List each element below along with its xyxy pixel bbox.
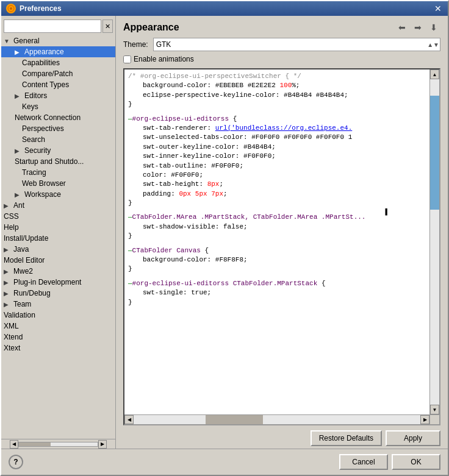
sidebar-item-label-startup: Startup and Shutdo... [15, 157, 84, 166]
sidebar-scrollbar-thumb[interactable] [19, 442, 51, 446]
apply-button[interactable]: Apply [386, 430, 440, 446]
code-editor[interactable]: /* #org-eclipse-ui-perspectiveSwitcher {… [124, 69, 439, 414]
sidebar-item-label-keys: Keys [22, 102, 38, 111]
code-scrollbar-h-container[interactable]: ◀ ▶ [124, 414, 439, 424]
sidebar-item-label-web-browser: Web Browser [22, 179, 66, 188]
scroll-right-code-button[interactable]: ▶ [420, 415, 429, 424]
theme-select[interactable]: GTK [153, 38, 440, 51]
code-editor-container: /* #org-eclipse-ui-perspectiveSwitcher {… [123, 68, 440, 425]
sidebar-item-compare-patch[interactable]: Compare/Patch [1, 68, 115, 79]
sidebar-item-workspace[interactable]: ▶ Workspace [1, 189, 115, 200]
sidebar-item-perspectives[interactable]: Perspectives [1, 123, 115, 134]
sidebar-item-label-xml: XML [4, 322, 19, 330]
main-content: ✕ ▼ General ▶ Appearance Capabilities [1, 16, 448, 449]
sidebar-item-label-appearance: Appearance [24, 48, 64, 56]
sidebar-item-label-security: Security [24, 146, 51, 155]
nav-forward-button[interactable]: ➡ [411, 21, 425, 34]
preferences-dialog: Preferences ✕ ✕ ▼ General [0, 0, 449, 476]
sidebar: ✕ ▼ General ▶ Appearance Capabilities [1, 16, 116, 449]
footer-buttons: Cancel OK [339, 454, 440, 470]
sidebar-item-label-java: Java [13, 245, 29, 254]
nav-forward-icon: ➡ [414, 23, 422, 32]
dialog-footer: ? Cancel OK [1, 449, 448, 475]
sidebar-item-label-perspectives: Perspectives [22, 124, 64, 133]
sidebar-item-plugin-dev[interactable]: ▶ Plug-in Development [1, 277, 115, 288]
sidebar-scrollbar-track[interactable] [18, 442, 98, 447]
sidebar-item-label-network: Network Connection [15, 113, 81, 122]
sidebar-item-label-capabilities: Capabilities [22, 59, 60, 67]
expand-arrow-editors: ▶ [15, 93, 22, 99]
scroll-down-button[interactable]: ▼ [430, 405, 439, 414]
code-content[interactable]: /* #org-eclipse-ui-perspectiveSwitcher {… [124, 69, 429, 414]
sidebar-item-mwe2[interactable]: ▶ Mwe2 [1, 266, 115, 277]
sidebar-item-capabilities[interactable]: Capabilities [1, 57, 115, 68]
sidebar-item-network-connection[interactable]: Network Connection [1, 112, 115, 123]
code-scrollbar-thumb-v[interactable] [430, 96, 439, 210]
sidebar-item-label-workspace: Workspace [24, 190, 61, 199]
sidebar-item-team[interactable]: ▶ Team [1, 299, 115, 310]
sidebar-item-keys[interactable]: Keys [1, 101, 115, 112]
sidebar-item-search[interactable]: Search [1, 134, 115, 145]
sidebar-item-java[interactable]: ▶ Java [1, 244, 115, 255]
sidebar-item-run-debug[interactable]: ▶ Run/Debug [1, 288, 115, 299]
panel-header: Appearance ⬅ ➡ ⬇ [116, 16, 448, 38]
code-scrollbar-v[interactable]: ▲ ▼ [429, 69, 439, 414]
sidebar-item-install-update[interactable]: Install/Update [1, 233, 115, 244]
tree-container: ▼ General ▶ Appearance Capabilities Comp… [1, 35, 115, 439]
sidebar-item-label-xtend: Xtend [4, 333, 23, 341]
ok-button[interactable]: OK [392, 454, 440, 470]
titlebar-left: Preferences [6, 4, 62, 13]
sidebar-item-content-types[interactable]: Content Types [1, 79, 115, 90]
help-button[interactable]: ? [9, 455, 23, 469]
restore-defaults-button[interactable]: Restore Defaults [311, 430, 382, 446]
expand-arrow-java: ▶ [4, 246, 11, 253]
sidebar-item-security[interactable]: ▶ Security [1, 145, 115, 156]
enable-animations-checkbox[interactable] [123, 55, 131, 63]
nav-back-icon: ⬅ [398, 23, 406, 32]
dialog-title: Preferences [20, 4, 62, 13]
scrollbar-corner [429, 415, 439, 424]
scroll-up-button[interactable]: ▲ [430, 69, 439, 79]
code-scrollbar-track-v[interactable] [430, 79, 439, 405]
sidebar-item-css[interactable]: CSS [1, 211, 115, 222]
scroll-left-code-button[interactable]: ◀ [124, 415, 134, 424]
nav-menu-button[interactable]: ⬇ [427, 21, 440, 34]
sidebar-item-tracing[interactable]: Tracing [1, 167, 115, 178]
sidebar-scrollbar-h[interactable]: ◀ ▶ [1, 439, 115, 449]
nav-back-button[interactable]: ⬅ [395, 21, 409, 34]
sidebar-item-label-mwe2: Mwe2 [13, 267, 33, 275]
sidebar-item-validation[interactable]: Validation [1, 310, 115, 321]
code-scrollbar-thumb-h[interactable] [206, 415, 263, 424]
search-clear-button[interactable]: ✕ [102, 20, 113, 33]
sidebar-item-label-tracing: Tracing [22, 168, 46, 177]
sidebar-item-model-editor[interactable]: Model Editor [1, 255, 115, 266]
expand-arrow-workspace: ▶ [15, 191, 22, 198]
expand-arrow-plugin-dev: ▶ [4, 279, 11, 286]
sidebar-item-ant[interactable]: ▶ Ant [1, 200, 115, 211]
search-container: ✕ [1, 16, 115, 35]
sidebar-item-label-general: General [13, 37, 40, 45]
sidebar-item-web-browser[interactable]: Web Browser [1, 178, 115, 189]
theme-select-wrapper: GTK ▲▼ [153, 38, 440, 51]
code-scrollbar-track-h[interactable] [134, 415, 420, 424]
sidebar-item-label-css: CSS [4, 212, 19, 221]
filter-input[interactable] [4, 20, 101, 33]
sidebar-item-appearance[interactable]: ▶ Appearance [1, 46, 115, 57]
sidebar-item-general[interactable]: ▼ General [1, 35, 115, 46]
sidebar-item-help[interactable]: Help [1, 222, 115, 233]
sidebar-item-label-ant: Ant [13, 201, 24, 210]
sidebar-item-editors[interactable]: ▶ Editors [1, 90, 115, 101]
scroll-right-button[interactable]: ▶ [98, 440, 107, 449]
svg-point-1 [10, 7, 12, 10]
expand-arrow-general: ▼ [4, 38, 11, 44]
sidebar-item-startup[interactable]: Startup and Shutdo... [1, 156, 115, 167]
cancel-button[interactable]: Cancel [339, 454, 388, 470]
sidebar-item-xtext[interactable]: Xtext [1, 343, 115, 353]
sidebar-item-label-compare-patch: Compare/Patch [22, 69, 73, 78]
code-block-2: —#org-eclipse-ui-editorss { swt-tab-rend… [128, 115, 426, 208]
sidebar-item-xtend[interactable]: Xtend [1, 332, 115, 343]
sidebar-item-xml[interactable]: XML [1, 321, 115, 332]
sidebar-item-label-validation: Validation [4, 311, 35, 319]
scroll-left-button[interactable]: ◀ [10, 440, 18, 449]
close-button[interactable]: ✕ [433, 4, 443, 13]
